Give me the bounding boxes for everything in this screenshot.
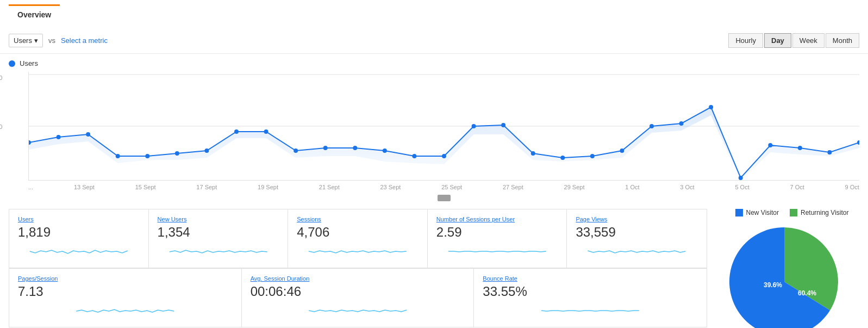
metric-label-sessions[interactable]: Sessions [297, 216, 419, 222]
metric-label-sessions-per-user[interactable]: Number of Sessions per User [436, 216, 558, 222]
chart-x-labels: ... 13 Sept 15 Sept 17 Sept 19 Sept 21 S… [28, 182, 859, 193]
scroll-handle[interactable] [438, 195, 451, 201]
svg-point-29 [827, 150, 832, 154]
svg-point-21 [590, 154, 595, 158]
svg-point-26 [739, 176, 743, 180]
svg-point-28 [798, 146, 802, 150]
mini-chart-sessions [297, 243, 419, 259]
chart-legend: Users [9, 59, 859, 67]
toolbar: Users ▾ vs Select a metric Hourly Day We… [0, 28, 868, 54]
mini-chart-pages-per-session [18, 302, 233, 319]
metric-value-bounce-rate: 33.55% [483, 284, 698, 299]
new-visitor-pct: 60.4% [798, 289, 816, 297]
metric-label-bounce-rate[interactable]: Bounce Rate [483, 275, 698, 282]
metrics-row1: Users 1,819 New Users 1,354 Sessions 4,7… [9, 209, 707, 269]
pie-legend-returning-visitor: Returning Visitor [790, 209, 849, 216]
svg-point-24 [679, 121, 684, 126]
x-label-0: ... [28, 184, 33, 190]
svg-point-4 [86, 132, 90, 137]
users-legend-label: Users [20, 59, 38, 67]
mini-chart-avg-session-duration [251, 302, 465, 319]
x-label-7: 25 Sept [441, 184, 462, 190]
x-label-6: 23 Sept [380, 184, 401, 190]
metric-card-page-views: Page Views 33,559 [567, 209, 707, 268]
metric-dropdown-label: Users [14, 36, 32, 45]
bottom-section: Users 1,819 New Users 1,354 Sessions 4,7… [0, 203, 868, 328]
x-label-10: 1 Oct [625, 184, 639, 190]
metrics-row2: Pages/Session 7.13 Avg. Session Duration… [9, 269, 707, 327]
x-label-1: 13 Sept [74, 184, 95, 190]
mini-chart-users [18, 243, 140, 259]
svg-point-14 [383, 148, 387, 153]
metric-value-pages-per-session: 7.13 [18, 284, 233, 299]
metric-label-pages-per-session[interactable]: Pages/Session [18, 275, 233, 282]
mini-chart-new-users [158, 243, 279, 259]
metric-card-pages-per-session: Pages/Session 7.13 [9, 269, 242, 327]
metric-label-avg-session-duration[interactable]: Avg. Session Duration [251, 275, 465, 282]
svg-point-12 [323, 146, 328, 150]
toolbar-left: Users ▾ vs Select a metric [9, 34, 108, 47]
metric-label-page-views[interactable]: Page Views [576, 216, 698, 222]
metrics-container: Users 1,819 New Users 1,354 Sessions 4,7… [0, 209, 716, 328]
chart-svg [29, 72, 859, 181]
x-label-4: 19 Sept [258, 184, 278, 190]
scroll-indicator [28, 193, 859, 203]
svg-point-25 [709, 105, 713, 109]
metric-card-bounce-rate: Bounce Rate 33.55% [474, 269, 707, 327]
svg-point-23 [650, 124, 654, 128]
svg-point-5 [116, 154, 120, 158]
svg-point-19 [531, 151, 535, 156]
tab-bar: Overview [0, 0, 868, 28]
x-label-11: 3 Oct [680, 184, 694, 190]
svg-point-27 [768, 143, 772, 147]
pie-legend-new-visitor: New Visitor [735, 209, 779, 216]
metric-value-avg-session-duration: 00:06:46 [251, 284, 465, 299]
x-label-2: 15 Sept [135, 184, 156, 190]
new-visitor-label: New Visitor [746, 209, 779, 216]
svg-point-11 [294, 148, 298, 153]
x-label-14: 9 Oct [845, 184, 859, 190]
metric-value-users: 1,819 [18, 225, 140, 240]
metric-label-users[interactable]: Users [18, 216, 140, 222]
x-label-3: 17 Sept [196, 184, 217, 190]
metric-card-new-users: New Users 1,354 [149, 209, 289, 268]
metric-card-avg-session-duration: Avg. Session Duration 00:06:46 [242, 269, 474, 327]
time-btn-day[interactable]: Day [764, 33, 791, 48]
metric-card-sessions-per-user: Number of Sessions per User 2.59 [428, 209, 567, 268]
svg-point-13 [353, 146, 357, 150]
svg-point-15 [412, 154, 416, 158]
svg-point-10 [264, 129, 268, 134]
metric-card-sessions: Sessions 4,706 [288, 209, 428, 268]
pie-legend: New Visitor Returning Visitor [725, 209, 859, 216]
mini-chart-bounce-rate [483, 302, 698, 319]
x-label-8: 27 Sept [503, 184, 523, 190]
svg-point-17 [472, 124, 476, 128]
svg-point-6 [145, 154, 149, 158]
time-buttons: Hourly Day Week Month [728, 33, 859, 48]
x-label-12: 5 Oct [735, 184, 749, 190]
pie-chart: 39.6% 60.4% [725, 222, 844, 328]
svg-point-16 [442, 154, 446, 158]
time-btn-hourly[interactable]: Hourly [728, 33, 763, 48]
returning-visitor-color-box [790, 209, 797, 216]
mini-chart-page-views [576, 243, 698, 259]
metric-card-users: Users 1,819 [9, 209, 149, 268]
svg-point-9 [234, 129, 239, 134]
metric-dropdown[interactable]: Users ▾ [9, 34, 43, 47]
time-btn-month[interactable]: Month [826, 33, 859, 48]
svg-point-3 [57, 135, 61, 139]
time-btn-week[interactable]: Week [792, 33, 825, 48]
y-label-100: 100 [0, 123, 2, 130]
returning-visitor-pct: 39.6% [764, 281, 782, 289]
returning-visitor-label: Returning Visitor [801, 209, 849, 216]
metric-value-sessions: 4,706 [297, 225, 419, 240]
svg-point-7 [175, 151, 179, 156]
tab-overview[interactable]: Overview [9, 4, 60, 23]
chevron-down-icon: ▾ [34, 36, 38, 45]
mini-chart-sessions-per-user [436, 243, 558, 259]
metric-label-new-users[interactable]: New Users [158, 216, 279, 222]
select-metric-link[interactable]: Select a metric [61, 36, 108, 45]
x-label-5: 21 Sept [319, 184, 340, 190]
chart-area: Users 200 100 [0, 54, 868, 203]
svg-point-18 [501, 123, 505, 127]
